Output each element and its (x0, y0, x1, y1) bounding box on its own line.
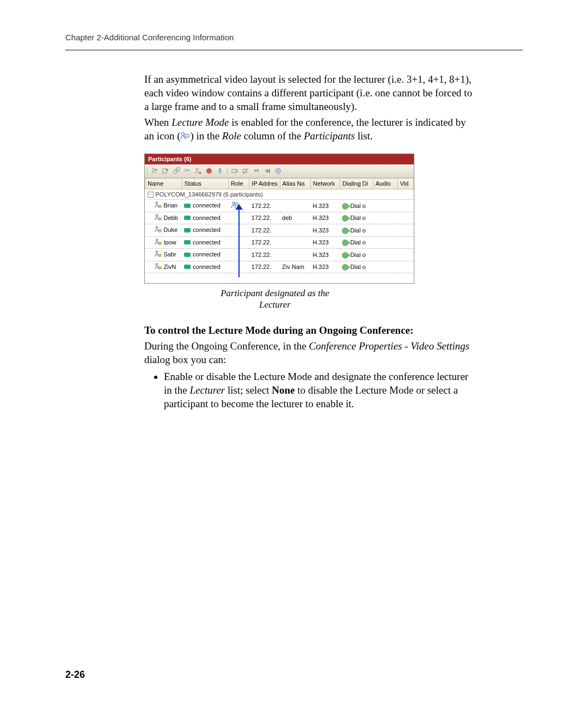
svg-point-20 (156, 226, 158, 229)
lecturer-role-icon (231, 203, 238, 210)
link-icon[interactable]: 🔗 (173, 167, 180, 175)
text: When (144, 117, 171, 128)
svg-rect-19 (158, 218, 161, 220)
dial-out-icon (342, 203, 348, 210)
remove-icon[interactable] (194, 167, 202, 175)
table-row[interactable]: Sabrconnected172.22.H.323Dial o (145, 249, 414, 261)
text: list; select (225, 384, 272, 396)
col-role[interactable]: Role (229, 179, 249, 189)
camera-icon[interactable] (231, 167, 238, 175)
participants-table: Name Status Role IP Addres Alias Na Netw… (145, 178, 414, 273)
swap-icon[interactable]: ⇔ (253, 167, 260, 175)
col-audio[interactable]: Audio (373, 179, 397, 189)
status-dot-icon (184, 228, 191, 232)
svg-point-4 (196, 168, 198, 170)
participant-icon (154, 225, 162, 235)
record-icon[interactable] (205, 167, 213, 175)
caption-line-2: Lecturer (259, 299, 291, 310)
panel-title: Participants (6) (145, 154, 414, 164)
status-chip: connected (184, 263, 220, 271)
status-dot-icon (184, 216, 191, 220)
svg-point-18 (156, 214, 158, 217)
participant-icon (154, 250, 162, 260)
role-term: Role (222, 130, 241, 142)
table-row[interactable]: Dukeconnected172.22.H.323Dial o (145, 224, 414, 237)
dial-out-icon (342, 228, 348, 234)
page-header: Chapter 2-Additional Conferencing Inform… (65, 33, 523, 47)
header-rule (65, 50, 523, 51)
status-dot-icon (184, 204, 191, 208)
globe-icon[interactable] (274, 167, 282, 175)
col-ip[interactable]: IP Addres (249, 179, 280, 189)
svg-rect-17 (235, 203, 238, 205)
svg-point-22 (156, 239, 158, 241)
table-header-row: Name Status Role IP Addres Alias Na Netw… (145, 179, 414, 189)
lecture-mode-term: Lecture Mode (171, 117, 229, 128)
svg-rect-6 (219, 168, 221, 171)
table-row[interactable]: Debbconnected172.22.debH.323Dial o (145, 212, 414, 224)
dial-out-icon (342, 264, 348, 271)
participant-icon (154, 262, 162, 272)
caption-line-1: Participant designated as the (220, 288, 329, 298)
col-name[interactable]: Name (145, 179, 182, 189)
col-alias[interactable]: Alias Na (280, 179, 310, 189)
col-status[interactable]: Status (182, 179, 229, 189)
svg-rect-8 (232, 169, 236, 173)
text: list. (355, 130, 373, 142)
participant-icon (154, 201, 162, 211)
conf-props-term: Conference Properties - Video Settings (309, 340, 469, 352)
col-dialdir[interactable]: Dialing Di (340, 179, 373, 189)
svg-point-2 (152, 168, 155, 170)
dial-out-icon (342, 240, 348, 246)
participants-term: Participants (304, 130, 355, 142)
panel-toolbar: 🔗 ✂ ⇔ (145, 164, 414, 178)
table-row[interactable]: ZivNconnected172.22.Ziv NamH.323Dial o (145, 261, 414, 273)
col-vid[interactable]: Vid (397, 179, 413, 189)
status-chip: connected (184, 250, 220, 259)
none-option: None (272, 384, 295, 396)
mic-icon[interactable] (216, 167, 224, 175)
text: dialog box you can: (144, 354, 226, 365)
participant-icon (154, 213, 162, 223)
lecturer-role-icon (180, 130, 190, 144)
page-number: 2-26 (65, 669, 85, 681)
svg-point-14 (156, 202, 158, 204)
svg-rect-27 (158, 267, 161, 269)
dial-out-icon (342, 215, 348, 222)
group-row[interactable]: −POLYCOM_1346662979 (6 participants) (145, 189, 414, 200)
svg-rect-25 (158, 254, 161, 256)
text: column of the (241, 130, 304, 142)
table-row[interactable]: Ipowconnected172.22.H.323Dial o (145, 236, 414, 249)
svg-point-16 (232, 202, 234, 204)
toolbar-separator (147, 167, 148, 175)
status-chip: connected (184, 201, 220, 210)
svg-rect-23 (158, 242, 161, 244)
text: ) in the (190, 130, 222, 142)
panel-bottom-space (145, 273, 414, 283)
arrow-in-icon[interactable] (264, 167, 271, 175)
participant-icon (154, 238, 162, 248)
svg-rect-21 (158, 230, 161, 232)
paragraph-1: If an asymmetrical video layout is selec… (144, 72, 476, 113)
svg-rect-1 (185, 134, 189, 137)
svg-rect-15 (158, 205, 161, 207)
svg-point-0 (182, 133, 185, 136)
status-dot-icon (184, 253, 191, 257)
status-dot-icon (184, 240, 191, 244)
svg-point-5 (206, 168, 212, 174)
screenshot-caption: Participant designated as the Lecturer (182, 288, 367, 310)
bullet-1: Enable or disable the Lecture Mode and d… (164, 370, 476, 410)
toolbar-separator (227, 167, 228, 175)
add-new-icon[interactable] (162, 167, 169, 175)
collapse-icon[interactable]: − (148, 192, 154, 198)
col-network[interactable]: Network (310, 179, 340, 189)
dial-out-icon (342, 252, 348, 259)
mute-all-icon[interactable] (242, 167, 249, 175)
paragraph-2: When Lecture Mode is enabled for the con… (144, 115, 476, 144)
subheading: To control the Lecture Mode during an On… (144, 323, 476, 337)
svg-point-26 (156, 263, 158, 266)
add-participant-icon[interactable] (151, 167, 158, 175)
body-content: If an asymmetrical video layout is selec… (144, 72, 476, 410)
table-row[interactable]: Brianconnected172.22.H.323Dial o (145, 200, 414, 212)
scissors-icon[interactable]: ✂ (183, 167, 191, 175)
